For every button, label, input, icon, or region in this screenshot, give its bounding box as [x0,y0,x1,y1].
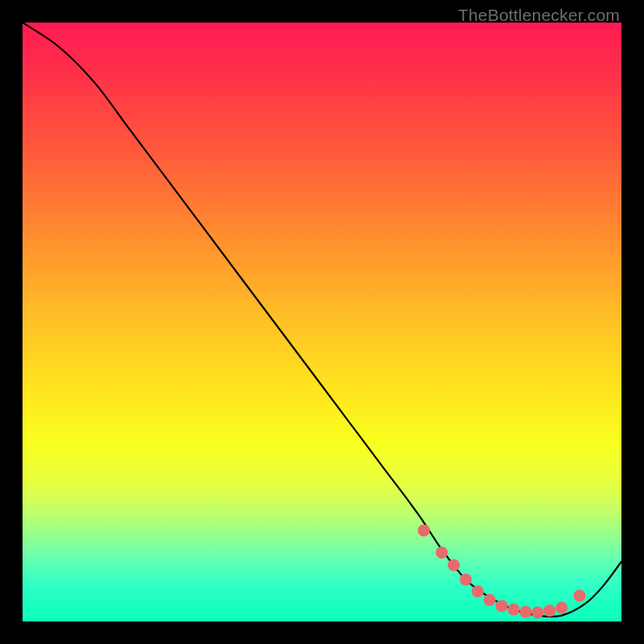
highlight-dot [531,606,543,618]
highlight-dot [436,547,448,559]
highlight-dot [519,606,531,618]
highlight-dot [448,559,460,572]
highlight-dot [418,524,430,536]
chart-svg [23,23,621,621]
chart-stage: TheBottlenecker.com [0,0,644,644]
highlight-dot [555,601,568,613]
highlight-dot [472,585,484,597]
bottleneck-curve [23,23,621,617]
highlight-dot [496,600,508,612]
highlight-dot [508,604,520,616]
plot-area [23,23,621,621]
highlight-dot [484,594,496,606]
highlight-dot [460,573,472,585]
highlight-dots [418,524,585,618]
highlight-dot [543,605,555,617]
highlight-dot [573,590,585,602]
